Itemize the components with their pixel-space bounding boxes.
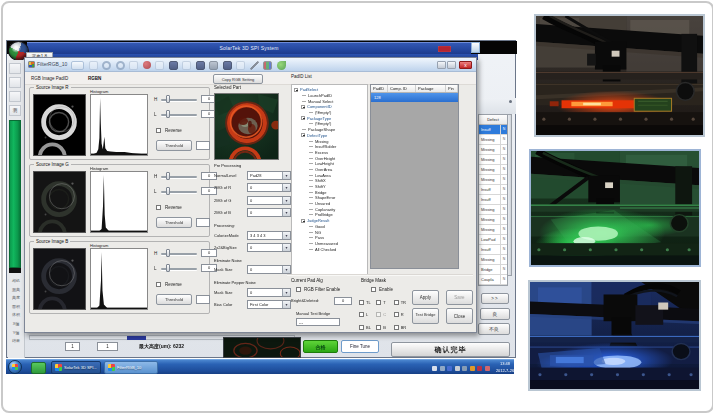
fine-tune-button[interactable]: Fine Tune [341,340,379,353]
leaf-icon[interactable] [277,61,286,70]
defect-row[interactable]: MissingN [479,135,507,145]
tree-node-icon[interactable] [309,146,313,147]
tree-node-icon[interactable] [302,95,306,96]
maximize-button[interactable] [447,61,456,69]
sync-icon[interactable] [116,61,125,70]
grid-icon[interactable] [169,61,178,70]
tree-node-icon[interactable] [309,214,313,215]
left-tool-button-active[interactable]: 测 [9,105,21,116]
record-icon[interactable] [143,61,151,69]
preprocessing-dropdown[interactable]: 0 ▾ [247,265,291,274]
gray-icon[interactable] [209,61,218,70]
left-tool-button[interactable] [9,91,21,102]
preprocessing-dropdown[interactable]: 0 ▾ [247,243,291,252]
left-tool-button[interactable] [9,77,21,88]
defect-row[interactable]: MissingN [479,155,507,165]
manual-test-bridge-field[interactable]: --- [296,318,340,326]
chip-icon[interactable] [223,61,232,70]
bright-deleted-field[interactable]: 0 [334,297,352,305]
defect-row[interactable]: MissingN [479,175,507,185]
palette-icon[interactable] [263,61,272,70]
tree-node-icon[interactable] [309,232,313,233]
tray-icon[interactable] [432,366,437,371]
start-button[interactable] [8,360,22,374]
ghost-icon[interactable] [129,61,138,70]
mask-checkbox[interactable] [394,300,399,305]
tree-item[interactable]: All Checked [292,246,367,252]
column-header[interactable]: Pin [446,85,458,92]
tree-node-icon[interactable] [301,116,305,120]
defect-row[interactable]: InsuffN [479,245,507,255]
board-icon[interactable] [196,61,205,70]
ghost-icon[interactable] [155,61,164,70]
mask-checkbox[interactable] [359,300,364,305]
defect-row[interactable]: MissingN [479,215,507,225]
threshold-field[interactable] [196,295,210,304]
tree-node-icon[interactable] [309,226,313,227]
slider-thumb[interactable] [166,110,170,118]
save-button[interactable]: Save [446,290,473,305]
tree-node-icon[interactable] [309,152,313,153]
defect-row[interactable]: MissingN [479,205,507,215]
slider-thumb[interactable] [166,187,170,195]
status-field-1[interactable]: 1 [65,342,80,351]
defect-row[interactable]: MissingN [479,165,507,175]
more-button[interactable]: >> [481,293,509,304]
pen-icon[interactable] [250,61,259,70]
task-button[interactable]: SolarTek 3D SPI... [51,361,101,374]
column-header[interactable]: PadID [371,85,388,92]
tree-node-icon[interactable] [309,197,313,198]
preprocessing-dropdown[interactable]: 0 ▾ [247,288,291,297]
status-field-2[interactable]: 1 [97,342,118,351]
reverse-checkbox[interactable] [156,205,161,210]
defect-row[interactable]: InsuffN [479,185,507,195]
defect-row[interactable]: MissingN [479,225,507,235]
task-button[interactable]: FilterRGB_10 [104,361,158,374]
tree-node-icon[interactable] [301,219,305,223]
slider-thumb[interactable] [166,172,170,180]
tree-node-icon[interactable] [309,163,313,164]
mask-checkbox[interactable] [359,325,364,330]
column-header[interactable]: Comp. ID [388,85,416,92]
copy-rgb-setting-button[interactable]: Copy RGB Setting [213,74,263,84]
defect-row[interactable]: InsuffN [479,195,507,205]
mask-checkbox[interactable] [394,312,399,317]
tray-icon[interactable] [440,366,445,371]
tree-node-icon[interactable] [309,123,313,124]
tray-icon[interactable] [462,366,467,371]
rgb-filter-enable-checkbox[interactable] [296,287,301,292]
mask-checkbox[interactable] [376,300,381,305]
tree-node-icon[interactable] [309,112,313,113]
preprocessing-dropdown[interactable]: 0 ▾ [247,208,291,217]
tree-node-icon[interactable] [309,141,313,142]
tree-node-icon[interactable] [309,158,313,159]
tree-node-icon[interactable] [309,237,313,238]
preprocessing-dropdown[interactable]: 3 4 3 4 3 ▾ [247,231,291,240]
close-dialog-button[interactable]: Close [446,308,473,324]
tree-node-icon[interactable] [309,209,313,210]
good-button[interactable]: 良 [480,308,510,320]
tree-node-icon[interactable] [309,203,313,204]
padid-selected-row[interactable]: 128 [371,93,458,102]
tree-node-icon[interactable] [309,192,313,193]
defect-row[interactable]: LowPadN [479,235,507,245]
tree-node-icon[interactable] [309,243,313,244]
open-icon[interactable] [71,61,84,70]
tree-node-icon[interactable] [309,169,313,170]
tree-node-icon[interactable] [301,133,305,137]
tree-node-icon[interactable] [309,186,313,187]
tree-node-icon[interactable] [302,101,306,102]
pass-button[interactable]: 合格 [303,340,338,353]
mask-checkbox[interactable] [376,325,381,330]
defect-row[interactable]: MissingN [479,255,507,265]
apply-button[interactable]: Apply [412,290,439,305]
ghost-icon[interactable] [236,61,245,70]
slider-thumb[interactable] [166,249,170,257]
tree-node-icon[interactable] [302,129,306,130]
slider-thumb[interactable] [166,264,170,272]
threshold-field[interactable] [196,218,210,227]
mask-checkbox[interactable] [376,312,381,317]
mask-checkbox[interactable] [359,312,364,317]
tree-node-icon[interactable] [301,105,305,109]
tray-icon[interactable] [485,366,490,371]
